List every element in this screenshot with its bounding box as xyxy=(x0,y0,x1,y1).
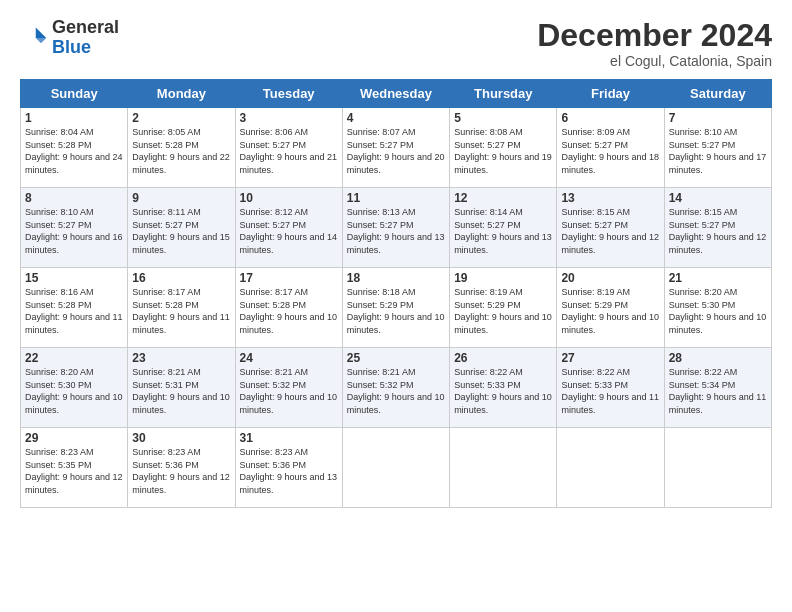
day-number: 6 xyxy=(561,111,659,125)
week-row-2: 8 Sunrise: 8:10 AM Sunset: 5:27 PM Dayli… xyxy=(21,188,772,268)
day-number: 22 xyxy=(25,351,123,365)
day-cell xyxy=(557,428,664,508)
day-info: Sunrise: 8:05 AM Sunset: 5:28 PM Dayligh… xyxy=(132,126,230,176)
day-number: 23 xyxy=(132,351,230,365)
day-number: 9 xyxy=(132,191,230,205)
day-number: 8 xyxy=(25,191,123,205)
day-number: 12 xyxy=(454,191,552,205)
day-cell: 8 Sunrise: 8:10 AM Sunset: 5:27 PM Dayli… xyxy=(21,188,128,268)
week-row-4: 22 Sunrise: 8:20 AM Sunset: 5:30 PM Dayl… xyxy=(21,348,772,428)
day-number: 26 xyxy=(454,351,552,365)
calendar-header-row: SundayMondayTuesdayWednesdayThursdayFrid… xyxy=(21,80,772,108)
calendar: SundayMondayTuesdayWednesdayThursdayFrid… xyxy=(20,79,772,508)
day-info: Sunrise: 8:15 AM Sunset: 5:27 PM Dayligh… xyxy=(561,206,659,256)
day-info: Sunrise: 8:22 AM Sunset: 5:33 PM Dayligh… xyxy=(561,366,659,416)
day-cell: 10 Sunrise: 8:12 AM Sunset: 5:27 PM Dayl… xyxy=(235,188,342,268)
day-info: Sunrise: 8:08 AM Sunset: 5:27 PM Dayligh… xyxy=(454,126,552,176)
day-info: Sunrise: 8:13 AM Sunset: 5:27 PM Dayligh… xyxy=(347,206,445,256)
day-info: Sunrise: 8:19 AM Sunset: 5:29 PM Dayligh… xyxy=(561,286,659,336)
day-cell: 19 Sunrise: 8:19 AM Sunset: 5:29 PM Dayl… xyxy=(450,268,557,348)
day-number: 21 xyxy=(669,271,767,285)
day-number: 30 xyxy=(132,431,230,445)
week-row-3: 15 Sunrise: 8:16 AM Sunset: 5:28 PM Dayl… xyxy=(21,268,772,348)
day-cell: 28 Sunrise: 8:22 AM Sunset: 5:34 PM Dayl… xyxy=(664,348,771,428)
day-cell: 9 Sunrise: 8:11 AM Sunset: 5:27 PM Dayli… xyxy=(128,188,235,268)
col-header-wednesday: Wednesday xyxy=(342,80,449,108)
logo: General Blue xyxy=(20,18,119,58)
day-number: 17 xyxy=(240,271,338,285)
day-cell: 29 Sunrise: 8:23 AM Sunset: 5:35 PM Dayl… xyxy=(21,428,128,508)
logo-line2: Blue xyxy=(52,37,91,57)
location: el Cogul, Catalonia, Spain xyxy=(537,53,772,69)
header: General Blue December 2024 el Cogul, Cat… xyxy=(20,18,772,69)
week-row-5: 29 Sunrise: 8:23 AM Sunset: 5:35 PM Dayl… xyxy=(21,428,772,508)
day-info: Sunrise: 8:10 AM Sunset: 5:27 PM Dayligh… xyxy=(669,126,767,176)
day-info: Sunrise: 8:11 AM Sunset: 5:27 PM Dayligh… xyxy=(132,206,230,256)
day-number: 13 xyxy=(561,191,659,205)
day-info: Sunrise: 8:18 AM Sunset: 5:29 PM Dayligh… xyxy=(347,286,445,336)
day-info: Sunrise: 8:10 AM Sunset: 5:27 PM Dayligh… xyxy=(25,206,123,256)
month-title: December 2024 xyxy=(537,18,772,53)
day-number: 18 xyxy=(347,271,445,285)
day-cell: 22 Sunrise: 8:20 AM Sunset: 5:30 PM Dayl… xyxy=(21,348,128,428)
day-info: Sunrise: 8:21 AM Sunset: 5:31 PM Dayligh… xyxy=(132,366,230,416)
day-cell: 4 Sunrise: 8:07 AM Sunset: 5:27 PM Dayli… xyxy=(342,108,449,188)
day-number: 7 xyxy=(669,111,767,125)
day-number: 19 xyxy=(454,271,552,285)
day-cell: 21 Sunrise: 8:20 AM Sunset: 5:30 PM Dayl… xyxy=(664,268,771,348)
col-header-tuesday: Tuesday xyxy=(235,80,342,108)
day-info: Sunrise: 8:14 AM Sunset: 5:27 PM Dayligh… xyxy=(454,206,552,256)
week-row-1: 1 Sunrise: 8:04 AM Sunset: 5:28 PM Dayli… xyxy=(21,108,772,188)
day-number: 2 xyxy=(132,111,230,125)
day-info: Sunrise: 8:22 AM Sunset: 5:34 PM Dayligh… xyxy=(669,366,767,416)
day-cell xyxy=(342,428,449,508)
svg-marker-0 xyxy=(36,27,47,38)
day-info: Sunrise: 8:19 AM Sunset: 5:29 PM Dayligh… xyxy=(454,286,552,336)
day-cell: 13 Sunrise: 8:15 AM Sunset: 5:27 PM Dayl… xyxy=(557,188,664,268)
day-info: Sunrise: 8:20 AM Sunset: 5:30 PM Dayligh… xyxy=(25,366,123,416)
day-cell: 30 Sunrise: 8:23 AM Sunset: 5:36 PM Dayl… xyxy=(128,428,235,508)
col-header-sunday: Sunday xyxy=(21,80,128,108)
day-number: 5 xyxy=(454,111,552,125)
day-cell: 17 Sunrise: 8:17 AM Sunset: 5:28 PM Dayl… xyxy=(235,268,342,348)
day-cell: 18 Sunrise: 8:18 AM Sunset: 5:29 PM Dayl… xyxy=(342,268,449,348)
day-cell: 31 Sunrise: 8:23 AM Sunset: 5:36 PM Dayl… xyxy=(235,428,342,508)
day-info: Sunrise: 8:16 AM Sunset: 5:28 PM Dayligh… xyxy=(25,286,123,336)
svg-marker-1 xyxy=(36,38,47,43)
day-number: 15 xyxy=(25,271,123,285)
day-cell xyxy=(450,428,557,508)
day-info: Sunrise: 8:17 AM Sunset: 5:28 PM Dayligh… xyxy=(240,286,338,336)
day-number: 16 xyxy=(132,271,230,285)
day-cell: 1 Sunrise: 8:04 AM Sunset: 5:28 PM Dayli… xyxy=(21,108,128,188)
day-cell: 6 Sunrise: 8:09 AM Sunset: 5:27 PM Dayli… xyxy=(557,108,664,188)
day-cell: 14 Sunrise: 8:15 AM Sunset: 5:27 PM Dayl… xyxy=(664,188,771,268)
day-info: Sunrise: 8:23 AM Sunset: 5:35 PM Dayligh… xyxy=(25,446,123,496)
day-cell: 20 Sunrise: 8:19 AM Sunset: 5:29 PM Dayl… xyxy=(557,268,664,348)
day-info: Sunrise: 8:15 AM Sunset: 5:27 PM Dayligh… xyxy=(669,206,767,256)
day-cell: 12 Sunrise: 8:14 AM Sunset: 5:27 PM Dayl… xyxy=(450,188,557,268)
day-info: Sunrise: 8:12 AM Sunset: 5:27 PM Dayligh… xyxy=(240,206,338,256)
day-number: 14 xyxy=(669,191,767,205)
day-cell: 26 Sunrise: 8:22 AM Sunset: 5:33 PM Dayl… xyxy=(450,348,557,428)
day-cell: 25 Sunrise: 8:21 AM Sunset: 5:32 PM Dayl… xyxy=(342,348,449,428)
day-cell: 11 Sunrise: 8:13 AM Sunset: 5:27 PM Dayl… xyxy=(342,188,449,268)
day-number: 25 xyxy=(347,351,445,365)
day-cell: 15 Sunrise: 8:16 AM Sunset: 5:28 PM Dayl… xyxy=(21,268,128,348)
day-info: Sunrise: 8:21 AM Sunset: 5:32 PM Dayligh… xyxy=(347,366,445,416)
day-info: Sunrise: 8:09 AM Sunset: 5:27 PM Dayligh… xyxy=(561,126,659,176)
day-cell: 5 Sunrise: 8:08 AM Sunset: 5:27 PM Dayli… xyxy=(450,108,557,188)
day-info: Sunrise: 8:04 AM Sunset: 5:28 PM Dayligh… xyxy=(25,126,123,176)
page: General Blue December 2024 el Cogul, Cat… xyxy=(0,0,792,612)
day-cell xyxy=(664,428,771,508)
day-info: Sunrise: 8:20 AM Sunset: 5:30 PM Dayligh… xyxy=(669,286,767,336)
day-cell: 23 Sunrise: 8:21 AM Sunset: 5:31 PM Dayl… xyxy=(128,348,235,428)
day-cell: 2 Sunrise: 8:05 AM Sunset: 5:28 PM Dayli… xyxy=(128,108,235,188)
day-info: Sunrise: 8:23 AM Sunset: 5:36 PM Dayligh… xyxy=(132,446,230,496)
day-number: 27 xyxy=(561,351,659,365)
day-info: Sunrise: 8:17 AM Sunset: 5:28 PM Dayligh… xyxy=(132,286,230,336)
day-info: Sunrise: 8:06 AM Sunset: 5:27 PM Dayligh… xyxy=(240,126,338,176)
day-info: Sunrise: 8:23 AM Sunset: 5:36 PM Dayligh… xyxy=(240,446,338,496)
col-header-saturday: Saturday xyxy=(664,80,771,108)
day-number: 31 xyxy=(240,431,338,445)
day-number: 11 xyxy=(347,191,445,205)
